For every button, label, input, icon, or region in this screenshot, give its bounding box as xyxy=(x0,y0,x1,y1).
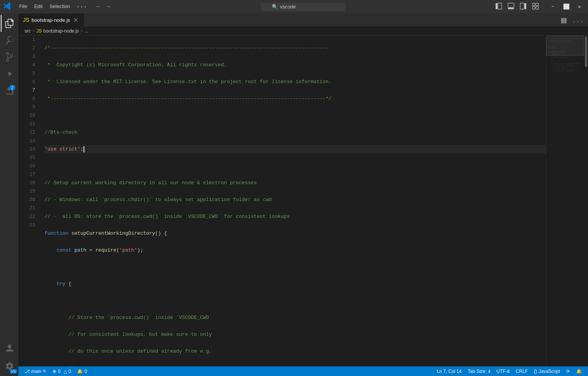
svg-rect-5 xyxy=(525,3,527,9)
more-actions-button[interactable]: ··· xyxy=(571,18,585,26)
code-line-18: // for consistent lookups, but make sure… xyxy=(44,330,546,339)
code-line-5 xyxy=(44,111,546,120)
sync-settings-status[interactable]: ⟳ xyxy=(563,369,573,374)
notification-count: 0 xyxy=(84,369,87,374)
menu-bar: File Edit Selection ··· xyxy=(16,3,90,11)
svg-rect-0 xyxy=(496,3,498,9)
file-menu[interactable]: File xyxy=(16,3,30,11)
code-line-11: // - all OS: store the `process.cwd()` i… xyxy=(44,213,546,221)
code-content[interactable]: /*--------------------------------------… xyxy=(38,36,546,366)
svg-rect-6 xyxy=(532,3,535,6)
account-activity-icon[interactable] xyxy=(1,340,18,357)
line-ending-status[interactable]: CRLF xyxy=(513,369,531,374)
tab-size-label: Tab Size: 4 xyxy=(468,369,490,374)
code-line-13: const path = require('path'); xyxy=(44,246,546,255)
tab-label: bootstrap-node.js xyxy=(31,17,70,23)
split-editor-button[interactable] xyxy=(559,17,568,26)
search-icon: 🔍 xyxy=(272,4,278,10)
cursor-position-status[interactable]: Ln 7, Col 14 xyxy=(434,369,465,374)
selection-menu[interactable]: Selection xyxy=(46,3,73,11)
branch-icon: ⎇ xyxy=(25,369,30,374)
title-bar: File Edit Selection ··· ← → 🔍 − ⬜ ✕ xyxy=(0,0,588,13)
code-line-1: /*--------------------------------------… xyxy=(44,44,546,52)
info-status[interactable]: 🔔 0 xyxy=(74,366,90,376)
customize-layout[interactable] xyxy=(530,1,541,13)
breadcrumb-src[interactable]: src xyxy=(25,28,31,34)
breadcrumb-symbol[interactable]: ... xyxy=(85,28,89,34)
navigation-buttons: ← → xyxy=(94,3,112,11)
code-line-2: * Copyright (c) Microsoft Corporation. A… xyxy=(44,61,546,69)
code-line-9: // Setup current working directory in al… xyxy=(44,179,546,187)
language-mode-label: JavaScript xyxy=(539,369,560,374)
svg-rect-3 xyxy=(508,8,514,9)
code-editor[interactable]: 1 2 3 4 5 6 7 8 9 10 11 12 13 14 15 16 1… xyxy=(18,36,588,366)
nav-back-button[interactable]: ← xyxy=(94,3,103,11)
toggle-secondary-sidebar[interactable] xyxy=(517,1,529,13)
breadcrumb: src > JS bootstrap-node.js > ... xyxy=(18,27,588,36)
scrollbar-thumb[interactable] xyxy=(585,36,587,67)
svg-rect-9 xyxy=(536,7,539,9)
code-line-6: //@ts-check xyxy=(44,128,546,137)
tab-bar: JS bootstrap-node.js ✕ ··· xyxy=(18,13,588,27)
code-line-20: // a parent process. xyxy=(44,364,546,366)
code-line-4: *---------------------------------------… xyxy=(44,95,546,103)
code-line-10: // - Windows: call `process.chdir()` to … xyxy=(44,196,546,204)
error-count: 0 xyxy=(58,369,61,374)
svg-rect-2 xyxy=(508,3,514,7)
tab-bootstrap-node[interactable]: JS bootstrap-node.js ✕ xyxy=(18,13,84,26)
settings-activity-icon[interactable]: VS xyxy=(1,358,18,374)
scrollbar-track[interactable] xyxy=(584,36,588,366)
line-numbers: 1 2 3 4 5 6 7 8 9 10 11 12 13 14 15 16 1… xyxy=(18,36,38,366)
status-bar: ⎇ main ↻ ⊗ 0 △ 0 🔔 0 Ln 7, Col 14 Tab xyxy=(18,366,588,376)
vs-badge: VS xyxy=(10,369,17,374)
source-control-activity-icon[interactable] xyxy=(1,49,18,65)
close-button[interactable]: ✕ xyxy=(574,2,585,11)
nav-forward-button[interactable]: → xyxy=(104,3,112,11)
warning-icon: △ xyxy=(64,369,67,374)
bc-js-icon: JS xyxy=(36,28,42,34)
encoding-label: UTF-8 xyxy=(497,369,510,374)
more-menus[interactable]: ··· xyxy=(74,3,90,11)
code-line-12: function setupCurrentWorkingDirectory() … xyxy=(44,229,546,238)
layout-buttons xyxy=(493,1,541,13)
code-line-16 xyxy=(44,297,546,305)
code-line-19: // do this once unless defined already f… xyxy=(44,347,546,356)
svg-rect-4 xyxy=(520,3,524,9)
app-logo xyxy=(3,2,11,12)
breadcrumb-file[interactable]: JS bootstrap-node.js xyxy=(36,28,79,34)
notifications-status[interactable]: 🔔 xyxy=(573,369,585,374)
search-activity-icon[interactable] xyxy=(1,32,18,49)
minimize-button[interactable]: − xyxy=(547,2,558,11)
tab-size-status[interactable]: Tab Size: 4 xyxy=(465,369,493,374)
code-line-8 xyxy=(44,162,546,170)
sync-icon: ↻ xyxy=(43,369,46,374)
explorer-icon[interactable] xyxy=(1,15,18,32)
language-mode-icon: {} xyxy=(534,369,537,374)
language-mode-status[interactable]: {} JavaScript xyxy=(531,369,563,374)
toggle-panel[interactable] xyxy=(505,1,517,13)
branch-label: main xyxy=(31,369,41,374)
search-input[interactable] xyxy=(280,4,334,10)
extensions-activity-icon[interactable]: 2 xyxy=(1,82,18,99)
branch-status[interactable]: ⎇ main ↻ xyxy=(21,366,49,376)
cursor-position-label: Ln 7, Col 14 xyxy=(437,369,462,374)
error-status[interactable]: ⊗ 0 △ 0 xyxy=(49,366,74,376)
svg-rect-1 xyxy=(498,3,502,9)
main-layout: 2 VS JS bootstrap-node.js ✕ xyxy=(0,13,588,376)
sync-settings-icon: ⟳ xyxy=(566,369,570,374)
svg-rect-7 xyxy=(536,3,539,6)
window-controls: − ⬜ ✕ xyxy=(547,2,585,11)
line-ending-label: CRLF xyxy=(516,369,528,374)
run-debug-activity-icon[interactable] xyxy=(1,65,18,82)
encoding-status[interactable]: UTF-8 xyxy=(494,369,513,374)
edit-menu[interactable]: Edit xyxy=(31,3,46,11)
error-icon: ⊗ xyxy=(53,369,56,374)
search-bar: 🔍 xyxy=(115,3,490,11)
tab-close-button[interactable]: ✕ xyxy=(72,16,79,23)
bell-icon: 🔔 xyxy=(576,369,582,374)
code-line-7: 'use strict'; xyxy=(44,145,546,154)
maximize-button[interactable]: ⬜ xyxy=(559,2,573,11)
js-file-icon: JS xyxy=(23,17,29,23)
status-bar-right: Ln 7, Col 14 Tab Size: 4 UTF-8 CRLF {} J… xyxy=(434,369,585,374)
toggle-primary-sidebar[interactable] xyxy=(493,1,504,13)
